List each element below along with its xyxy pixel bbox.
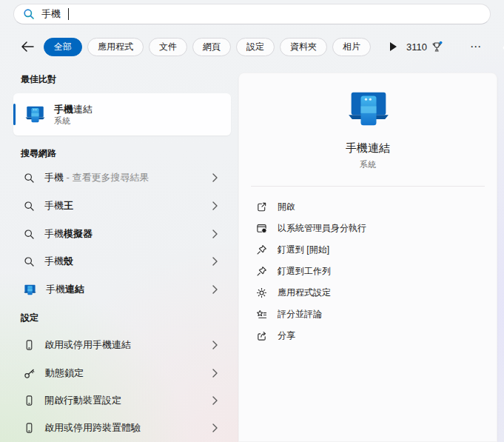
search-suggestion-icon (24, 229, 35, 240)
best-match-title: 手機連結 (54, 103, 93, 115)
filter-tab-settings[interactable]: 設定 (236, 38, 275, 56)
filter-tab-label: 應用程式 (98, 41, 133, 53)
play-triangle-icon (389, 42, 397, 51)
rate-review-icon (255, 309, 267, 320)
filter-tab-web[interactable]: 網頁 (192, 38, 231, 56)
open-external-icon (255, 201, 267, 212)
phone-link-app-icon-large (348, 88, 389, 130)
suggestion-text: 手機王 (44, 199, 73, 212)
filter-tab-photos[interactable]: 相片 (332, 38, 371, 56)
phone-link-app-icon (25, 104, 45, 124)
settings-result-row[interactable]: 啟用或停用手機連結 (16, 331, 222, 359)
share-icon (255, 330, 267, 341)
app-result-row[interactable]: 手機連結 (16, 275, 222, 304)
suggestion-text: 手機模擬器 (44, 227, 93, 241)
settings-result-row[interactable]: 啟用或停用跨裝置體驗 (16, 414, 222, 442)
details-panel: 手機連結 系統 開啟 以系統管理員身分執行 釘選到 [開始] 釘選到工作列 應用… (238, 73, 497, 442)
rewards-trophy-icon (431, 41, 443, 53)
back-arrow-icon (21, 41, 34, 52)
key-icon (24, 367, 36, 379)
action-rate-and-review[interactable]: 評分並評論 (239, 304, 497, 325)
search-input[interactable]: 手機 (13, 4, 491, 24)
action-open[interactable]: 開啟 (239, 196, 497, 218)
action-label: 以系統管理員身分執行 (278, 222, 366, 235)
run-as-admin-icon (255, 223, 267, 234)
action-pin-to-taskbar[interactable]: 釘選到工作列 (239, 261, 497, 282)
chevron-right-icon[interactable] (212, 369, 218, 378)
phone-link-app-icon (24, 284, 36, 296)
more-filters-button[interactable] (385, 41, 401, 52)
settings-result-label: 啟用或停用跨裝置體驗 (44, 421, 141, 435)
settings-result-label: 啟用或停用手機連結 (44, 338, 131, 352)
settings-result-row[interactable]: 動態鎖定 (16, 359, 222, 387)
filter-tab-label: 設定 (246, 41, 264, 53)
more-options-button[interactable]: ⋯ (466, 39, 486, 54)
chevron-right-icon[interactable] (212, 396, 218, 405)
filter-tab-folders[interactable]: 資料夾 (280, 38, 327, 56)
action-app-settings[interactable]: 應用程式設定 (239, 282, 497, 304)
pin-icon (255, 244, 267, 255)
text-caret (68, 8, 69, 20)
action-label: 釘選到工作列 (278, 265, 331, 278)
search-icon (23, 8, 35, 20)
best-match-header: 最佳比對 (21, 73, 56, 86)
selection-accent-bar (13, 104, 16, 125)
gear-icon (255, 287, 267, 298)
settings-header: 設定 (21, 312, 38, 324)
smartphone-icon (24, 422, 35, 434)
chevron-right-icon[interactable] (212, 201, 218, 210)
chevron-right-icon[interactable] (212, 173, 218, 182)
chevron-right-icon[interactable] (212, 285, 218, 294)
suggestion-text: 手機 - 查看更多搜尋結果 (44, 171, 149, 184)
smartphone-icon (24, 339, 35, 351)
web-suggestion-row[interactable]: 手機模擬器 (16, 220, 222, 248)
web-suggestion-row[interactable]: 手機殼 (16, 247, 222, 275)
action-list: 開啟 以系統管理員身分執行 釘選到 [開始] 釘選到工作列 應用程式設定 評分並… (239, 196, 497, 346)
action-label: 釘選到 [開始] (278, 244, 329, 256)
panel-app-subtitle: 系統 (239, 159, 497, 170)
filter-tab-label: 文件 (159, 41, 177, 53)
best-match-subtitle: 系統 (54, 115, 93, 126)
action-label: 開啟 (278, 201, 295, 213)
chevron-right-icon[interactable] (212, 341, 218, 349)
settings-result-label: 開啟行動裝置設定 (44, 394, 121, 407)
web-suggestion-row[interactable]: 手機王 (16, 192, 222, 220)
action-label: 評分並評論 (278, 308, 322, 321)
search-suggestion-icon (24, 173, 35, 184)
search-suggestion-icon (24, 201, 35, 212)
web-suggestion-row[interactable]: 手機 - 查看更多搜尋結果 (16, 164, 222, 192)
action-run-as-admin[interactable]: 以系統管理員身分執行 (239, 218, 497, 239)
filter-tab-label: 相片 (343, 41, 360, 53)
search-query-text: 手機 (41, 7, 61, 21)
filter-tab-label: 全部 (54, 41, 72, 53)
search-suggestion-icon (24, 256, 35, 267)
web-search-header: 搜尋網路 (21, 147, 56, 160)
panel-app-title: 手機連結 (239, 141, 497, 155)
action-label: 應用程式設定 (278, 287, 331, 299)
filter-tab-apps[interactable]: 應用程式 (87, 38, 144, 56)
suggestion-text: 手機殼 (44, 255, 73, 268)
settings-result-label: 動態鎖定 (45, 366, 84, 380)
filter-tab-documents[interactable]: 文件 (149, 38, 187, 56)
settings-result-row[interactable]: 開啟行動裝置設定 (16, 386, 222, 415)
rewards-points-button[interactable]: 3110 (406, 41, 443, 53)
chevron-right-icon[interactable] (212, 423, 218, 432)
divider (251, 186, 485, 187)
best-match-item[interactable]: 手機連結 系統 (13, 93, 231, 135)
filter-tab-label: 資料夾 (290, 41, 317, 53)
chevron-right-icon[interactable] (212, 257, 218, 266)
action-share[interactable]: 分享 (239, 325, 497, 346)
suggestion-text: 手機連結 (46, 283, 84, 296)
pin-icon (255, 266, 267, 277)
action-label: 分享 (278, 329, 295, 342)
filter-row: 全部 應用程式 文件 網頁 設定 資料夾 相片 3110 ⋯ (0, 35, 504, 58)
smartphone-icon (24, 395, 35, 406)
action-pin-to-start[interactable]: 釘選到 [開始] (239, 239, 497, 261)
filter-tab-all[interactable]: 全部 (44, 38, 82, 56)
back-button[interactable] (21, 41, 38, 52)
rewards-points-value: 3110 (406, 41, 427, 53)
filter-tab-label: 網頁 (203, 41, 221, 53)
chevron-right-icon[interactable] (212, 230, 218, 238)
